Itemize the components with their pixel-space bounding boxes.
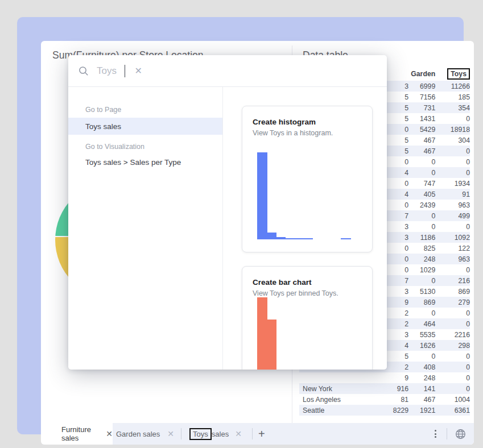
table-cell: 0	[435, 169, 470, 177]
table-cell: 0	[408, 223, 435, 231]
table-cell: 963	[435, 201, 470, 209]
table-cell: 1934	[435, 180, 470, 188]
table-cell: 467	[408, 147, 435, 155]
table-row[interactable]: New York9161410	[299, 383, 470, 394]
table-cell: 405	[408, 190, 435, 198]
table-cell: 81	[365, 396, 408, 404]
section-label-page: Go to Page	[68, 105, 222, 114]
table-cell: 0	[435, 385, 470, 393]
table-cell: 1921	[408, 406, 435, 414]
table-cell: 122	[435, 244, 470, 252]
table-cell: 747	[408, 180, 435, 188]
clear-search-icon[interactable]: ✕	[134, 65, 142, 76]
close-icon[interactable]: ✕	[106, 429, 113, 438]
sheet-tab-bar: Furniture sales ✕ Garden sales ✕ Toys sa…	[41, 423, 474, 445]
card-description: View Toys per binned Toys.	[253, 289, 372, 297]
section-label-visualization: Go to Visualization	[68, 142, 222, 151]
table-cell: 0	[435, 374, 470, 382]
add-sheet-button[interactable]: +	[258, 428, 265, 441]
tab-bar-actions	[432, 428, 474, 440]
table-row[interactable]: Seattle822919216361	[299, 405, 470, 416]
table-cell: 11266	[435, 82, 470, 90]
search-overlay: Toys ✕ Go to Page Toys sales Go to Visua…	[68, 55, 387, 370]
table-cell: 467	[408, 396, 435, 404]
card-description: View Toys in a histogram.	[253, 129, 372, 137]
table-cell: 408	[408, 363, 435, 371]
table-row[interactable]: Los Angeles814671004	[299, 394, 470, 405]
annotation-box: Toys	[189, 428, 212, 440]
table-cell: 963	[435, 255, 470, 263]
search-results-list: Go to Page Toys sales Go to Visualizatio…	[68, 87, 223, 370]
table-cell: Seattle	[299, 406, 365, 414]
table-cell: 279	[435, 298, 470, 306]
table-cell: 0	[435, 223, 470, 231]
table-cell: 1626	[408, 342, 435, 350]
table-cell: 5535	[408, 331, 435, 339]
create-histogram-card[interactable]: Create histogram View Toys in a histogra…	[242, 106, 373, 252]
table-cell: 0	[435, 266, 470, 274]
histogram-preview	[253, 147, 364, 239]
tab-separator	[447, 428, 447, 439]
table-cell: 467	[408, 136, 435, 144]
kebab-icon[interactable]	[432, 428, 439, 440]
result-toys-sales-visualization[interactable]: Toys sales > Sales per Type	[68, 154, 222, 171]
tab-garden-sales[interactable]: Garden sales ✕	[116, 429, 174, 438]
table-cell: 354	[435, 104, 470, 112]
table-cell: 0	[435, 363, 470, 371]
close-icon[interactable]: ✕	[235, 429, 242, 438]
tab-separator	[252, 428, 253, 439]
table-cell: 91	[435, 190, 470, 198]
tab-toys-sales[interactable]: Toys sales ✕	[189, 428, 242, 440]
search-input[interactable]: Toys	[97, 65, 117, 77]
bar-chart-preview	[253, 308, 364, 370]
table-cell: 499	[435, 212, 470, 220]
search-bar[interactable]: Toys ✕	[68, 55, 387, 87]
table-cell: 0	[408, 277, 435, 285]
mini-chart-bar	[257, 297, 267, 370]
mini-chart-bar	[267, 320, 276, 370]
card-title: Create bar chart	[253, 278, 372, 287]
table-cell: 0	[408, 158, 435, 166]
close-icon[interactable]: ✕	[167, 429, 174, 438]
table-cell: 2439	[408, 201, 435, 209]
table-cell: 916	[365, 385, 408, 393]
mini-chart-bar	[276, 237, 286, 239]
table-cell: 298	[435, 342, 470, 350]
table-cell: 8229	[365, 406, 408, 414]
table-cell: 6999	[408, 82, 435, 90]
table-cell: 6361	[435, 406, 470, 414]
tab-separator	[181, 428, 181, 439]
table-cell: 0	[435, 320, 470, 328]
card-title: Create histogram	[253, 118, 372, 126]
mini-chart-bar	[286, 238, 313, 239]
create-bar-chart-card[interactable]: Create bar chart View Toys per binned To…	[242, 266, 373, 370]
table-row[interactable]: 92480	[299, 372, 470, 383]
table-cell: 0	[435, 115, 470, 123]
table-cell: 0	[408, 212, 435, 220]
table-cell: 825	[408, 244, 435, 252]
table-cell: 9	[365, 374, 408, 382]
table-cell: 464	[408, 320, 435, 328]
table-cell: 0	[435, 352, 470, 360]
table-cell: 7156	[408, 93, 435, 101]
table-cell: 2216	[435, 331, 470, 339]
table-cell: 5429	[408, 126, 435, 134]
table-cell: 248	[408, 374, 435, 382]
table-cell: 1431	[408, 115, 435, 123]
table-cell: 304	[435, 136, 470, 144]
column-header-toys[interactable]: Toys	[435, 70, 470, 78]
globe-icon[interactable]	[455, 429, 466, 439]
table-cell: New York	[299, 385, 365, 393]
tab-furniture-sales[interactable]: Furniture sales ✕	[41, 423, 113, 445]
table-cell: 216	[435, 277, 470, 285]
table-cell: 0	[408, 169, 435, 177]
table-cell: 0	[435, 147, 470, 155]
result-toys-sales-page[interactable]: Toys sales	[68, 118, 222, 135]
table-cell: 869	[408, 298, 435, 306]
table-cell: 0	[408, 309, 435, 317]
table-cell: 0	[435, 158, 470, 166]
search-results-body: Go to Page Toys sales Go to Visualizatio…	[68, 87, 387, 370]
column-header-garden[interactable]: Garden	[408, 70, 435, 78]
table-cell: 1004	[435, 396, 470, 404]
table-cell: 248	[408, 255, 435, 263]
